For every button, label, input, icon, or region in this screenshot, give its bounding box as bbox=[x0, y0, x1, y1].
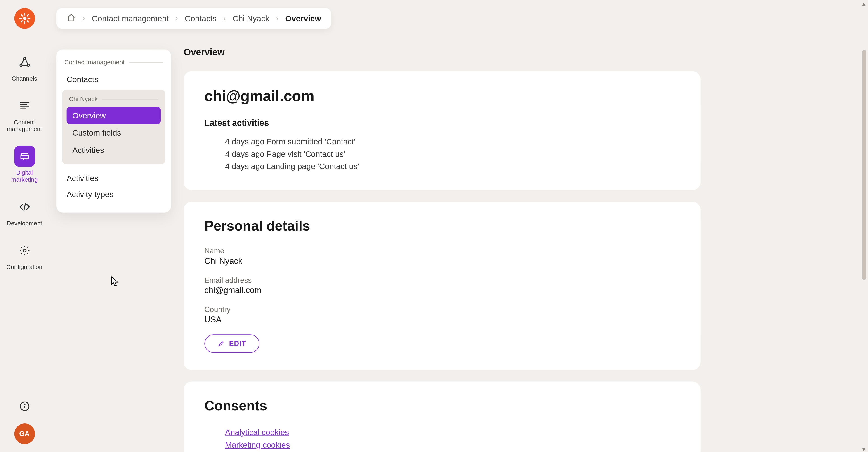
local-nav-contacts[interactable]: Contacts bbox=[62, 71, 165, 87]
rail-label: Content management bbox=[4, 118, 44, 132]
chevron-right-icon: › bbox=[83, 15, 85, 23]
overview-card: chi@gmail.com Latest activities 4 days a… bbox=[184, 71, 701, 190]
edit-button-label: EDIT bbox=[229, 340, 246, 348]
rail-item-development[interactable]: Development bbox=[4, 197, 44, 226]
detail-label: Email address bbox=[204, 276, 680, 284]
icon-rail: Channels Content management bbox=[0, 0, 49, 452]
local-nav-sub-panel: Chi Nyack Overview Custom fields Activit… bbox=[62, 90, 165, 164]
cursor-icon bbox=[111, 277, 119, 288]
svg-point-9 bbox=[23, 57, 25, 59]
brand-sun-icon bbox=[18, 12, 31, 25]
development-icon bbox=[14, 197, 35, 217]
svg-line-6 bbox=[27, 21, 28, 22]
rail-label: Development bbox=[6, 220, 42, 227]
detail-label: Name bbox=[204, 247, 680, 255]
page-title: Overview bbox=[184, 47, 701, 57]
divider bbox=[102, 98, 158, 99]
detail-email: Email address chi@gmail.com bbox=[204, 276, 680, 295]
consent-link[interactable]: Marketing cookies bbox=[225, 439, 680, 451]
detail-value: USA bbox=[204, 315, 680, 324]
breadcrumb: › Contact management › Contacts › Chi Ny… bbox=[56, 8, 331, 29]
detail-label: Country bbox=[204, 305, 680, 314]
chevron-right-icon: › bbox=[276, 15, 278, 23]
divider bbox=[129, 62, 163, 62]
pencil-icon bbox=[218, 340, 224, 347]
detail-value: Chi Nyack bbox=[204, 256, 680, 265]
consents-card: Consents Analytical cookies Marketing co… bbox=[184, 382, 701, 452]
rail-item-content-management[interactable]: Content management bbox=[4, 95, 44, 132]
local-nav: Contact management Contacts Chi Nyack Ov… bbox=[56, 49, 171, 213]
detail-value: chi@gmail.com bbox=[204, 286, 680, 295]
content-management-icon bbox=[14, 95, 35, 116]
rail-item-configuration[interactable]: Configuration bbox=[4, 241, 44, 270]
chevron-right-icon: › bbox=[223, 15, 225, 23]
local-nav-sub-custom-fields[interactable]: Custom fields bbox=[67, 124, 161, 141]
svg-point-17 bbox=[23, 249, 26, 252]
local-nav-sub-header-label: Chi Nyack bbox=[69, 95, 98, 102]
brand-logo[interactable] bbox=[14, 8, 35, 29]
main-content: Overview chi@gmail.com Latest activities… bbox=[184, 47, 701, 452]
home-icon[interactable] bbox=[67, 13, 76, 24]
vertical-scrollbar[interactable]: ▲ ▼ bbox=[859, 0, 868, 452]
local-nav-sub-overview[interactable]: Overview bbox=[67, 107, 161, 124]
local-nav-sub-header: Chi Nyack bbox=[67, 95, 161, 107]
activity-item: 4 days ago Form submitted 'Contact' bbox=[225, 136, 680, 148]
activity-list: 4 days ago Form submitted 'Contact' 4 da… bbox=[204, 136, 680, 173]
edit-button[interactable]: EDIT bbox=[204, 334, 259, 353]
local-nav-sub-activities[interactable]: Activities bbox=[67, 141, 161, 159]
chevron-right-icon: › bbox=[176, 15, 178, 23]
local-nav-activity-types[interactable]: Activity types bbox=[62, 186, 165, 202]
svg-line-16 bbox=[24, 203, 25, 211]
activity-item: 4 days ago Page visit 'Contact us' bbox=[225, 148, 680, 161]
rail-label: Digital marketing bbox=[4, 169, 44, 183]
personal-details-card: Personal details Name Chi Nyack Email ad… bbox=[184, 202, 701, 370]
rail-item-digital-marketing[interactable]: Digital marketing bbox=[4, 146, 44, 183]
svg-line-8 bbox=[27, 15, 28, 16]
svg-line-7 bbox=[21, 21, 22, 22]
local-nav-header: Contact management bbox=[62, 59, 165, 71]
detail-name: Name Chi Nyack bbox=[204, 247, 680, 265]
contact-email-heading: chi@gmail.com bbox=[204, 87, 680, 105]
latest-activities-heading: Latest activities bbox=[204, 118, 680, 128]
consent-list: Analytical cookies Marketing cookies Pre… bbox=[204, 426, 680, 452]
svg-point-0 bbox=[23, 17, 26, 20]
rail-label: Configuration bbox=[6, 263, 42, 270]
consent-link[interactable]: Analytical cookies bbox=[225, 426, 680, 439]
user-avatar[interactable]: GA bbox=[14, 423, 35, 444]
breadcrumb-item-current: Overview bbox=[285, 14, 321, 23]
consents-heading: Consents bbox=[204, 398, 680, 414]
local-nav-header-label: Contact management bbox=[64, 59, 125, 65]
configuration-icon bbox=[14, 241, 35, 261]
scroll-down-icon[interactable]: ▼ bbox=[861, 447, 866, 451]
svg-line-5 bbox=[21, 15, 22, 16]
info-icon[interactable] bbox=[19, 400, 30, 412]
digital-marketing-icon bbox=[14, 146, 35, 167]
breadcrumb-item[interactable]: Contact management bbox=[92, 14, 168, 23]
activity-item: 4 days ago Landing page 'Contact us' bbox=[225, 161, 680, 173]
detail-country: Country USA bbox=[204, 305, 680, 324]
rail-label: Channels bbox=[12, 75, 37, 82]
local-nav-activities[interactable]: Activities bbox=[62, 170, 165, 186]
svg-point-20 bbox=[24, 404, 25, 405]
channels-icon bbox=[14, 52, 35, 73]
breadcrumb-item[interactable]: Chi Nyack bbox=[232, 14, 269, 23]
scrollbar-thumb[interactable] bbox=[862, 50, 866, 280]
scroll-up-icon[interactable]: ▲ bbox=[861, 1, 866, 6]
rail-item-channels[interactable]: Channels bbox=[4, 52, 44, 82]
breadcrumb-item[interactable]: Contacts bbox=[185, 14, 217, 23]
personal-details-heading: Personal details bbox=[204, 218, 680, 234]
